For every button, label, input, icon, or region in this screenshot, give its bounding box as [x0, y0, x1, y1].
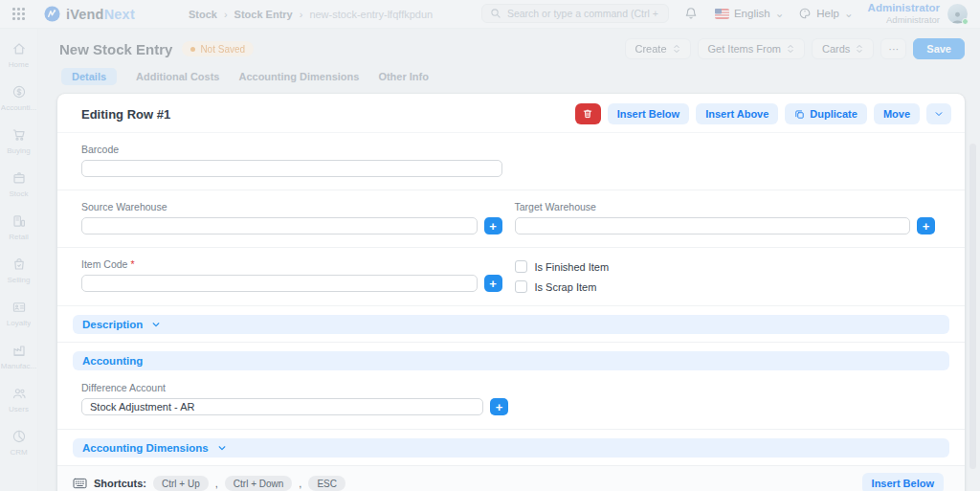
- select-arrows-icon: [856, 44, 863, 54]
- insert-below-button[interactable]: Insert Below: [608, 103, 689, 124]
- cards-button[interactable]: Cards: [812, 38, 874, 59]
- section-accounting[interactable]: Accounting: [73, 351, 949, 370]
- source-warehouse-add-button[interactable]: +: [484, 217, 502, 234]
- breadcrumb-item[interactable]: Stock Entry: [234, 9, 293, 20]
- sidebar-item-users[interactable]: Users: [0, 386, 37, 429]
- sidebar-item-label: Buying: [7, 146, 30, 155]
- barcode-input[interactable]: [81, 160, 502, 177]
- header-buttons: Create Get Items From Cards ··· Save: [625, 38, 965, 59]
- ellipsis-icon: ···: [888, 43, 899, 55]
- tab-other-info[interactable]: Other Info: [378, 71, 429, 82]
- move-button[interactable]: Move: [874, 103, 920, 124]
- help-menu[interactable]: Help ⌄: [798, 7, 853, 20]
- difference-account-label: Difference Account: [81, 382, 508, 393]
- sidebar-item-loyalty[interactable]: Loyalty: [0, 300, 37, 343]
- online-status-dot: [962, 18, 969, 25]
- sidebar-item-crm[interactable]: CRM: [0, 429, 37, 472]
- difference-account-input[interactable]: [81, 398, 483, 415]
- collapse-row-button[interactable]: [926, 103, 951, 124]
- row-editor-title: Editing Row #1: [81, 107, 170, 122]
- item-code-add-button[interactable]: +: [484, 275, 502, 292]
- accounting-dollar-icon: [11, 84, 27, 100]
- delete-row-button[interactable]: [575, 103, 601, 124]
- is-scrap-item-checkbox-row[interactable]: Is Scrap Item: [515, 280, 936, 293]
- tab-additional-costs[interactable]: Additional Costs: [136, 71, 219, 82]
- checkbox-icon[interactable]: [515, 280, 527, 293]
- theme-palette-icon: [798, 7, 812, 20]
- difference-account-add-button[interactable]: +: [490, 398, 508, 415]
- scrollbar[interactable]: [969, 144, 976, 469]
- get-items-from-button[interactable]: Get Items From: [698, 38, 805, 59]
- sidebar-item-selling[interactable]: Selling: [0, 257, 37, 300]
- module-sidebar: Home Accounti... Buying Stock Retail Sel…: [0, 29, 38, 491]
- sidebar-item-retail[interactable]: Retail: [0, 213, 37, 257]
- warehouse-section: Source Warehouse + Target Warehouse +: [57, 190, 965, 248]
- checkbox-icon[interactable]: [515, 260, 527, 273]
- source-warehouse-input[interactable]: [81, 217, 478, 234]
- sidebar-item-home[interactable]: Home: [0, 41, 37, 84]
- target-warehouse-input[interactable]: [515, 217, 911, 234]
- chevron-down-icon: ⌄: [844, 7, 854, 20]
- breadcrumb-item[interactable]: Stock: [189, 9, 217, 20]
- chevron-down-icon: [151, 320, 161, 329]
- chevron-down-icon: ⌄: [775, 7, 785, 20]
- brand-logo[interactable]: iVendNext: [44, 6, 135, 22]
- item-code-input[interactable]: [81, 275, 478, 292]
- select-arrows-icon: [787, 44, 794, 54]
- flag-icon: [715, 9, 729, 19]
- target-warehouse-add-button[interactable]: +: [917, 217, 935, 234]
- section-accounting-dimensions[interactable]: Accounting Dimensions: [73, 438, 949, 458]
- kbd-ctrl-up: Ctrl + Up: [153, 476, 209, 491]
- brand-name: iVendNext: [66, 7, 135, 22]
- footer-insert-below-button[interactable]: Insert Below: [862, 473, 944, 491]
- more-menu-button[interactable]: ···: [880, 38, 906, 59]
- sidebar-item-manufacturing[interactable]: Manufac...: [0, 343, 37, 386]
- search-input[interactable]: [507, 8, 660, 19]
- section-description[interactable]: Description: [73, 315, 949, 334]
- sidebar-item-label: Users: [9, 405, 29, 413]
- user-avatar[interactable]: [947, 4, 968, 24]
- duplicate-icon: [794, 109, 805, 120]
- breadcrumb-separator: ›: [224, 9, 228, 20]
- comma-separator: ,: [215, 478, 218, 489]
- duplicate-button[interactable]: Duplicate: [785, 103, 867, 124]
- row-editor-panel: Editing Row #1 Insert Below Insert Above…: [57, 94, 965, 491]
- tab-accounting-dimensions[interactable]: Accounting Dimensions: [238, 71, 359, 82]
- sidebar-item-label: Retail: [9, 233, 28, 241]
- shortcuts-hint: Shortcuts: Ctrl + Up , Ctrl + Down , ESC: [73, 476, 345, 491]
- sidebar-item-label: Home: [9, 60, 29, 69]
- kbd-ctrl-down: Ctrl + Down: [225, 476, 293, 491]
- apps-grid-icon[interactable]: [12, 8, 25, 20]
- sidebar-item-stock[interactable]: Stock: [0, 170, 37, 213]
- insert-above-button[interactable]: Insert Above: [696, 103, 778, 124]
- status-dot-icon: [190, 47, 195, 52]
- required-asterisk: *: [130, 258, 134, 270]
- user-name: Administrator: [868, 2, 940, 14]
- user-menu[interactable]: Administrator Administrator: [868, 2, 940, 25]
- select-arrows-icon: [673, 44, 680, 54]
- user-role: Administrator: [868, 15, 940, 26]
- chevron-down-icon: [934, 109, 944, 119]
- trash-icon: [582, 108, 593, 120]
- global-search[interactable]: [481, 4, 669, 23]
- page-title: New Stock Entry: [59, 41, 172, 57]
- save-button[interactable]: Save: [913, 38, 965, 59]
- sidebar-item-accounting[interactable]: Accounti...: [0, 84, 37, 127]
- target-warehouse-label: Target Warehouse: [515, 201, 936, 212]
- plus-icon: +: [489, 278, 497, 290]
- create-button[interactable]: Create: [625, 38, 691, 59]
- is-finished-item-label: Is Finished Item: [535, 261, 610, 273]
- is-finished-item-checkbox-row[interactable]: Is Finished Item: [515, 260, 936, 273]
- sidebar-item-label: Accounti...: [1, 103, 36, 112]
- keyboard-icon: [73, 478, 87, 490]
- row-actions: Insert Below Insert Above Duplicate Move: [575, 103, 951, 124]
- sidebar-item-buying[interactable]: Buying: [0, 127, 37, 170]
- chevron-down-icon: [217, 443, 227, 453]
- language-selector[interactable]: English ⌄: [715, 7, 784, 20]
- editor-footer: Shortcuts: Ctrl + Up , Ctrl + Down , ESC…: [57, 465, 965, 491]
- sidebar-item-label: Stock: [9, 190, 28, 198]
- tab-details[interactable]: Details: [61, 68, 117, 85]
- cart-icon: [11, 127, 27, 143]
- notifications-bell-icon[interactable]: [684, 7, 698, 20]
- sidebar-item-label: CRM: [10, 448, 27, 457]
